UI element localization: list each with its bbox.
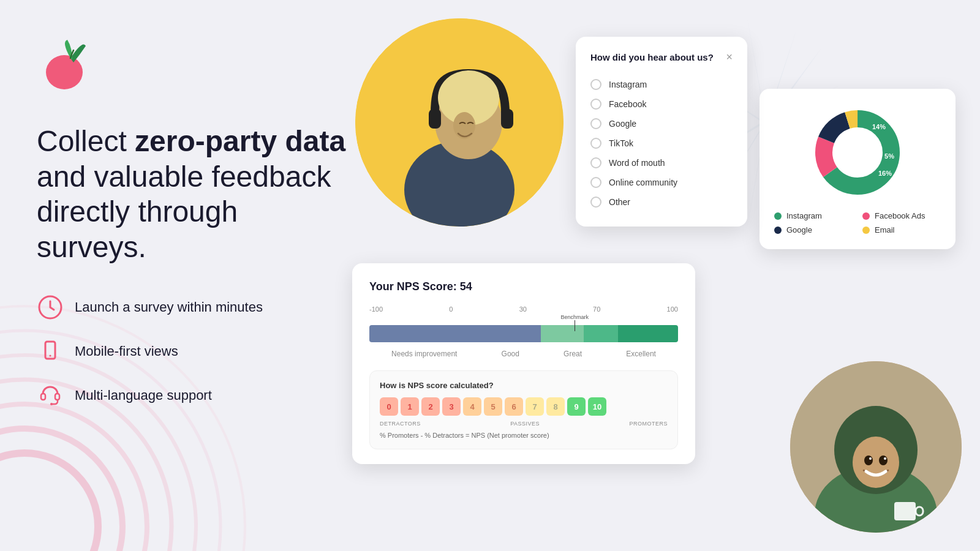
survey-option-other[interactable]: Other [590, 192, 733, 212]
chart-legend: Instagram Facebook Ads Google Email [774, 211, 941, 234]
radio-other[interactable] [590, 197, 601, 208]
nps-scale-zero: 0 [449, 305, 453, 313]
nps-scale-30: 30 [519, 305, 527, 313]
nps-num-1: 1 [401, 397, 419, 416]
person-circle-top [355, 18, 564, 227]
option-label-other: Other [609, 197, 630, 207]
legend-label-google: Google [786, 225, 812, 234]
close-button[interactable]: × [726, 51, 733, 62]
nps-bar [369, 325, 678, 342]
nps-num-5: 5 [484, 397, 502, 416]
feature-text-1: Launch a survey within minutes [75, 299, 263, 315]
feature-text-2: Mobile-first views [75, 343, 178, 359]
option-label-google: Google [609, 119, 636, 129]
nps-formula: % Promoters - % Detractors = NPS (Net pr… [380, 432, 668, 439]
person-top-image [355, 18, 564, 227]
option-label-tiktok: TikTok [609, 138, 633, 148]
survey-option-onlinecommunity[interactable]: Online community [590, 173, 733, 192]
nps-bar-blue [369, 325, 541, 342]
headset-icon [37, 382, 64, 409]
nps-num-2: 2 [421, 397, 440, 416]
svg-point-24 [833, 128, 882, 177]
headline: Collect zero-party data and valuable fee… [37, 124, 355, 264]
svg-rect-16 [429, 109, 441, 129]
nps-num-0: 0 [380, 397, 398, 416]
person-circle-bottom [790, 361, 962, 533]
segment-needs-improvement: Needs improvement [391, 350, 457, 358]
legend-dot-facebookads [862, 212, 870, 220]
nps-num-6: 6 [505, 397, 523, 416]
svg-point-36 [884, 457, 886, 460]
radio-wordofmouth[interactable] [590, 157, 601, 168]
svg-text:16%: 16% [878, 170, 892, 177]
svg-rect-11 [41, 394, 45, 400]
nps-categories: DETRACTORS PASSIVES PROMOTERS [380, 421, 668, 427]
svg-point-33 [864, 455, 873, 465]
clock-icon [37, 294, 64, 321]
nps-num-3: 3 [442, 397, 461, 416]
nps-explainer: How is NPS score calculated? 0 1 2 3 4 5… [369, 370, 678, 449]
category-detractors: DETRACTORS [380, 421, 421, 427]
svg-point-13 [50, 403, 53, 405]
svg-point-2 [0, 404, 147, 551]
legend-facebookads: Facebook Ads [862, 211, 941, 220]
donut-svg: 14% 5% 16% [809, 103, 907, 201]
survey-option-tiktok[interactable]: TikTok [590, 133, 733, 153]
survey-option-wordofmouth[interactable]: Word of mouth [590, 153, 733, 173]
logo-container [37, 37, 355, 94]
legend-label-instagram: Instagram [786, 211, 822, 220]
svg-point-35 [869, 457, 872, 460]
feature-item-3: Multi-language support [37, 382, 355, 409]
svg-point-1 [0, 429, 123, 551]
nps-num-7: 7 [526, 397, 544, 416]
feature-item-2: Mobile-first views [37, 338, 355, 365]
option-label-onlinecommunity: Online community [609, 178, 677, 187]
logo [37, 37, 98, 92]
radio-facebook[interactable] [590, 99, 601, 110]
option-label-instagram: Instagram [609, 80, 647, 89]
svg-rect-17 [501, 109, 513, 129]
option-label-facebook: Facebook [609, 99, 646, 109]
option-label-wordofmouth: Word of mouth [609, 158, 665, 168]
survey-option-facebook[interactable]: Facebook [590, 94, 733, 114]
survey-card-header: How did you hear about us? × [590, 51, 733, 62]
nps-card: Your NPS Score: 54 -100 0 30 70 100 Benc… [352, 263, 695, 464]
radio-google[interactable] [590, 118, 601, 129]
radio-tiktok[interactable] [590, 138, 601, 149]
headline-bold: zero-party data [135, 125, 345, 157]
legend-google: Google [774, 225, 853, 234]
donut-chart: 14% 5% 16% [809, 103, 907, 201]
svg-rect-12 [55, 394, 59, 400]
category-passives: PASSIVES [510, 421, 540, 427]
survey-option-google[interactable]: Google [590, 114, 733, 133]
nps-segment-labels: Needs improvement Good Great Excellent [369, 350, 678, 358]
survey-option-instagram[interactable]: Instagram [590, 75, 733, 94]
legend-email: Email [862, 225, 941, 234]
svg-text:5%: 5% [884, 152, 894, 160]
nps-numbers: 0 1 2 3 4 5 6 7 8 9 10 [380, 397, 668, 416]
benchmark-label: Benchmark [560, 314, 589, 320]
left-panel: Collect zero-party data and valuable fee… [37, 37, 355, 409]
nps-num-10: 10 [588, 397, 606, 416]
nps-scale-100: 100 [667, 305, 678, 313]
survey-card-title: How did you hear about us? [590, 52, 714, 62]
radio-onlinecommunity[interactable] [590, 177, 601, 188]
legend-dot-email [862, 227, 870, 234]
person-bottom-image [790, 361, 962, 533]
legend-dot-google [774, 227, 782, 234]
feature-text-3: Multi-language support [75, 388, 212, 403]
svg-point-34 [879, 455, 888, 465]
nps-explainer-title: How is NPS score calculated? [380, 381, 668, 390]
nps-bar-section: -100 0 30 70 100 Benchmark [369, 305, 678, 358]
radio-instagram[interactable] [590, 79, 601, 90]
survey-options: Instagram Facebook Google TikTok Word of… [590, 75, 733, 212]
svg-point-7 [46, 55, 83, 89]
nps-scale-70: 70 [593, 305, 600, 313]
svg-text:14%: 14% [872, 123, 886, 130]
feature-item-1: Launch a survey within minutes [37, 294, 355, 321]
svg-point-19 [453, 112, 475, 139]
legend-label-email: Email [875, 225, 895, 234]
category-promoters: PROMOTERS [629, 421, 668, 427]
svg-point-32 [853, 437, 899, 488]
svg-point-0 [0, 453, 98, 551]
